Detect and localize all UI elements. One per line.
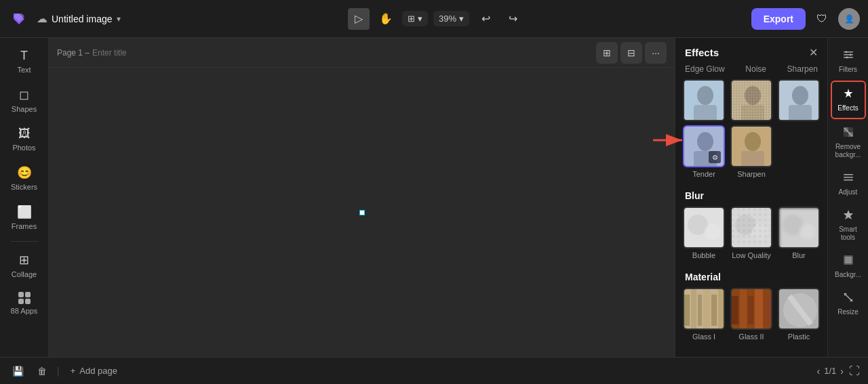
effect-blur-label: Blur	[792, 251, 806, 259]
select-grid-button[interactable]: ⊞	[596, 42, 618, 64]
effect-thumb-tender: ⚙	[683, 125, 725, 167]
right-tool-remove-bg[interactable]: Remove backgr...	[831, 121, 866, 165]
effect-sharpen[interactable]: Sharpen	[730, 125, 773, 178]
layout-button[interactable]: ⊟	[620, 42, 642, 64]
sidebar-item-shapes-label: Shapes	[12, 105, 37, 113]
sidebar-item-stickers-label: Stickers	[11, 183, 37, 191]
export-button[interactable]: Export	[751, 8, 806, 30]
add-page-label: Add page	[79, 366, 117, 376]
effect-glass2[interactable]: Glass II	[730, 288, 773, 341]
sidebar-item-photos[interactable]: 🖼 Photos	[4, 121, 45, 157]
view-options-button[interactable]: ⊞ ▾	[402, 11, 428, 26]
add-page-button[interactable]: + Add page	[65, 363, 123, 379]
prev-page-button[interactable]: ‹	[817, 366, 821, 377]
save-button[interactable]: 💾	[8, 362, 27, 381]
file-menu[interactable]: ☁ Untitled image ▾	[37, 12, 121, 25]
effects-panel-title: Effects	[685, 47, 719, 58]
effect-noise[interactable]	[730, 79, 773, 121]
svg-rect-62	[844, 51, 853, 53]
svg-rect-57	[755, 289, 763, 330]
svg-point-67	[846, 56, 848, 58]
effect-bubble[interactable]: Bubble	[682, 207, 726, 259]
view-chevron-icon: ▾	[418, 14, 422, 24]
effect-thumb-glass1	[683, 288, 725, 330]
svg-rect-34	[741, 151, 764, 167]
resize-handle-rm[interactable]	[359, 210, 365, 215]
right-tool-effects[interactable]: Effects	[831, 81, 866, 119]
collage-icon: ⊞	[19, 253, 29, 268]
right-tool-adjust-label: Adjust	[839, 188, 858, 196]
apps-icon	[18, 292, 31, 304]
main-layout: T Text ◻ Shapes 🖼 Photos 😊 Stickers ⬜ Fr…	[0, 38, 868, 357]
right-tool-filters-label: Filters	[839, 66, 857, 74]
effect-thumb-edge-glow	[683, 79, 725, 121]
blur-section-title: Blur	[682, 188, 821, 207]
effects-section-1: Edge Glow Noise Sharpen	[675, 64, 827, 188]
effects-grid-1	[682, 79, 821, 121]
right-tool-adjust[interactable]: Adjust	[831, 166, 866, 202]
right-tool-effects-label: Effects	[837, 104, 858, 112]
next-page-button[interactable]: ›	[840, 366, 844, 377]
effect-tender-label: Tender	[692, 170, 715, 178]
effect-glass1[interactable]: Glass I	[682, 288, 726, 341]
shield-icon-button[interactable]: 🛡	[811, 8, 833, 30]
right-tool-resize[interactable]: Resize	[831, 286, 866, 322]
effect-bubble-label: Bubble	[692, 251, 715, 259]
avatar[interactable]: 👤	[838, 8, 860, 30]
page-navigation: ‹ 1/1 ›	[817, 366, 844, 377]
effect-thumb-low-quality	[730, 207, 772, 249]
right-tool-smart[interactable]: Smart tools	[831, 203, 866, 247]
shapes-icon: ◻	[19, 87, 29, 102]
effect-thumb-glass2	[730, 288, 772, 330]
sidebar-item-photos-label: Photos	[12, 144, 35, 152]
pan-tool-button[interactable]: ✋	[375, 8, 397, 30]
logo-button[interactable]	[8, 8, 30, 30]
effects-close-button[interactable]: ✕	[809, 46, 818, 59]
canvas-toolbar: Page 1 – ⊞ ⊟ ···	[49, 38, 675, 68]
sidebar-item-apps[interactable]: 88 Apps	[4, 286, 45, 320]
effect-thumb-sharpen	[730, 125, 772, 167]
redo-button[interactable]: ↪	[502, 8, 524, 30]
sidebar-item-stickers[interactable]: 😊 Stickers	[4, 160, 45, 196]
effect-edge-glow[interactable]	[682, 79, 726, 121]
right-tool-remove-bg-label: Remove backgr...	[833, 143, 863, 159]
photos-icon: 🖼	[18, 127, 31, 141]
effect-low-quality[interactable]: Low Quality	[730, 207, 773, 259]
smart-tools-icon	[842, 209, 854, 223]
sidebar-item-frames[interactable]: ⬜ Frames	[4, 199, 45, 236]
effect-blur[interactable]: Blur	[777, 207, 821, 259]
right-tool-background[interactable]: Backgr...	[831, 249, 866, 284]
effects-grid-material: Glass I Glass II Plastic	[682, 288, 821, 341]
left-sidebar: T Text ◻ Shapes 🖼 Photos 😊 Stickers ⬜ Fr…	[0, 38, 49, 357]
text-icon: T	[20, 49, 28, 63]
svg-point-66	[849, 54, 851, 56]
zoom-control[interactable]: 39% ▾	[433, 11, 469, 26]
undo-button[interactable]: ↩	[475, 8, 496, 30]
fullscreen-button[interactable]: ⛶	[849, 365, 860, 377]
page-title-input[interactable]	[92, 48, 194, 58]
svg-point-18	[697, 86, 713, 105]
effects-grid-blur: Bubble Low Quality Blur	[682, 207, 821, 259]
filters-icon	[842, 49, 854, 64]
svg-rect-74	[844, 177, 853, 178]
canvas-content[interactable]	[49, 68, 675, 357]
sidebar-item-text[interactable]: T Text	[4, 43, 45, 79]
delete-button[interactable]: 🗑	[33, 362, 52, 381]
svg-line-79	[844, 293, 852, 301]
more-options-button[interactable]: ···	[645, 42, 667, 64]
effects-icon	[842, 87, 854, 102]
sidebar-item-collage[interactable]: ⊞ Collage	[4, 247, 45, 284]
svg-rect-52	[718, 289, 725, 330]
canvas-actions: ⊞ ⊟ ···	[596, 42, 667, 64]
select-tool-button[interactable]: ▷	[348, 8, 370, 30]
effect-tender[interactable]: ⚙ Tender	[682, 125, 726, 178]
effect-sharpen-top[interactable]	[777, 79, 821, 121]
effects-section-blur: Blur Bubble Low Quality	[675, 188, 827, 269]
effects-panel: Effects ✕ Edge Glow Noise Sharpen	[675, 38, 827, 357]
effects-section-material: Material Glass I Glass II	[675, 269, 827, 350]
canvas-image-wrapper[interactable]	[361, 211, 363, 214]
right-tool-filters[interactable]: Filters	[831, 43, 866, 79]
topbar: ☁ Untitled image ▾ ▷ ✋ ⊞ ▾ 39% ▾ ↩ ↪ Exp…	[0, 0, 868, 38]
effect-plastic[interactable]: Plastic	[777, 288, 821, 341]
sidebar-item-shapes[interactable]: ◻ Shapes	[4, 82, 45, 119]
